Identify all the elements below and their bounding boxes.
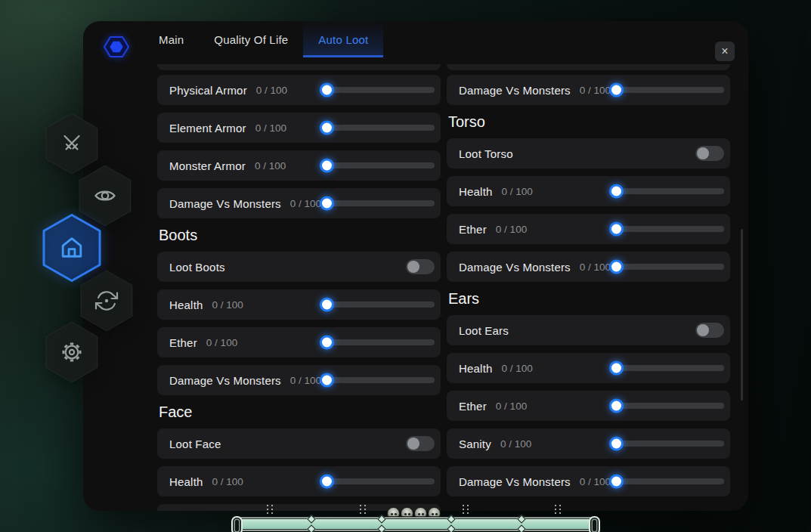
toggle-knob: [407, 261, 419, 273]
slider-knob[interactable]: [609, 83, 624, 97]
slider-label: Health: [459, 185, 493, 198]
tab-main[interactable]: Main: [144, 21, 199, 57]
slider-track-ether[interactable]: [611, 226, 724, 232]
slider-knob[interactable]: [320, 159, 334, 173]
slider-knob[interactable]: [320, 336, 334, 350]
slider-knob[interactable]: [320, 196, 334, 211]
tab-auto-loot[interactable]: Auto Loot: [303, 21, 383, 57]
slider-row-damage-vs-monsters: Damage Vs Monsters0 / 100: [447, 75, 730, 105]
scrollbar-thumb[interactable]: [741, 229, 743, 401]
slider-knob[interactable]: [320, 121, 334, 135]
slider-row-monster-armor: Monster Armor0 / 100: [157, 150, 441, 181]
slider-track-health[interactable]: [611, 365, 724, 371]
toggle-knob: [697, 147, 709, 159]
slider-row-ether: Ether0 / 100: [157, 327, 441, 357]
slider-value: 0 / 100: [580, 85, 611, 96]
slider-value: 0 / 100: [206, 337, 237, 348]
clipped-row-top-right: [447, 64, 730, 70]
slider-track-ether[interactable]: [611, 403, 724, 409]
slider-label: Ether: [459, 400, 487, 413]
toggle-loot-boots[interactable]: [406, 259, 435, 274]
section-header-face: Face: [157, 403, 441, 421]
tab-quality-of-life[interactable]: Quality Of Life: [199, 21, 303, 57]
toggle-label: Loot Torso: [459, 147, 513, 160]
slider-label: Sanity: [459, 438, 491, 450]
toggle-label: Loot Face: [169, 438, 221, 450]
settings-column-right: Damage Vs Monsters0 / 100TorsoLoot Torso…: [447, 75, 730, 496]
slider-track-health[interactable]: [611, 188, 724, 194]
slider-value: 0 / 100: [502, 186, 533, 197]
toggle-row-loot-ears: Loot Ears: [447, 315, 730, 345]
toggle-loot-ears[interactable]: [695, 323, 724, 338]
slider-track-health[interactable]: [321, 302, 435, 308]
slider-knob[interactable]: [609, 361, 624, 376]
slider-knob[interactable]: [609, 222, 624, 237]
slider-row-health: Health0 / 100: [447, 176, 730, 206]
slider-value: 0 / 100: [502, 363, 533, 374]
slider-value: 0 / 100: [580, 476, 611, 487]
hud-tick-marks: [360, 505, 366, 515]
slider-row-physical-armor: Physical Armor0 / 100: [157, 75, 441, 105]
slider-track-monster-armor[interactable]: [321, 162, 435, 169]
slider-label: Monster Armor: [169, 159, 246, 172]
slider-value: 0 / 100: [290, 375, 321, 386]
slider-value: 0 / 100: [255, 122, 286, 134]
slider-track-health[interactable]: [321, 478, 435, 484]
slider-row-health: Health0 / 100: [157, 289, 441, 320]
sync-icon: [94, 289, 119, 313]
toggle-knob: [697, 324, 709, 336]
slider-label: Damage Vs Monsters: [169, 197, 281, 210]
slider-value: 0 / 100: [496, 224, 527, 235]
toggle-loot-torso[interactable]: [695, 146, 724, 161]
toggle-label: Loot Boots: [169, 261, 225, 274]
clipped-row-top-left: [157, 64, 441, 70]
home-icon: [58, 234, 85, 261]
slider-knob[interactable]: [609, 399, 624, 413]
hud-progress-bar: [238, 518, 593, 530]
slider-track-element-armor[interactable]: [321, 125, 435, 131]
slider-row-damage-vs-monsters: Damage Vs Monsters0 / 100: [157, 188, 441, 218]
slider-row-ether: Ether0 / 100: [447, 391, 730, 421]
slider-track-physical-armor[interactable]: [321, 87, 435, 93]
slider-row-ether: Ether0 / 100: [447, 214, 730, 244]
slider-row-damage-vs-monsters: Damage Vs Monsters0 / 100: [157, 365, 441, 395]
slider-track-damage-vs-monsters[interactable]: [321, 200, 435, 206]
slider-track-damage-vs-monsters[interactable]: [611, 264, 724, 270]
slider-label: Damage Vs Monsters: [169, 374, 281, 387]
hud-bar-right-cap: [589, 516, 600, 532]
slider-knob[interactable]: [320, 298, 334, 312]
slider-row-sanity: Sanity0 / 100: [447, 428, 730, 459]
slider-knob[interactable]: [609, 260, 624, 274]
settings-column-left: Physical Armor0 / 100Element Armor0 / 10…: [157, 75, 441, 496]
slider-label: Damage Vs Monsters: [459, 84, 571, 97]
slider-knob[interactable]: [320, 373, 334, 388]
toggle-label: Loot Ears: [459, 324, 509, 337]
slider-knob[interactable]: [609, 475, 624, 489]
slider-knob[interactable]: [609, 437, 624, 451]
slider-label: Ether: [169, 336, 197, 349]
gear-icon: [60, 340, 84, 364]
slider-track-ether[interactable]: [321, 339, 435, 345]
slider-row-health: Health0 / 100: [447, 353, 730, 383]
slider-track-damage-vs-monsters[interactable]: [611, 478, 724, 484]
sidebar-item-settings[interactable]: [44, 320, 100, 384]
slider-value: 0 / 100: [212, 476, 243, 487]
section-header-boots: Boots: [157, 226, 441, 244]
slider-knob[interactable]: [609, 184, 624, 199]
slider-knob[interactable]: [320, 83, 334, 97]
close-button[interactable]: ×: [715, 42, 735, 61]
slider-track-damage-vs-monsters[interactable]: [611, 87, 724, 93]
slider-value: 0 / 100: [500, 438, 531, 450]
toggle-loot-face[interactable]: [406, 436, 435, 451]
slider-knob[interactable]: [320, 475, 334, 489]
toggle-knob: [407, 438, 419, 450]
slider-track-damage-vs-monsters[interactable]: [321, 377, 435, 383]
overlay-panel: MainQuality Of LifeAuto Loot × Physical …: [83, 21, 748, 511]
section-header-torso: Torso: [447, 113, 730, 131]
slider-label: Damage Vs Monsters: [459, 475, 571, 488]
tab-bar: MainQuality Of LifeAuto Loot: [83, 21, 748, 57]
slider-row-health: Health0 / 100: [157, 466, 441, 496]
slider-value: 0 / 100: [255, 160, 286, 172]
slider-track-sanity[interactable]: [611, 441, 724, 447]
slider-label: Element Armor: [169, 122, 246, 135]
